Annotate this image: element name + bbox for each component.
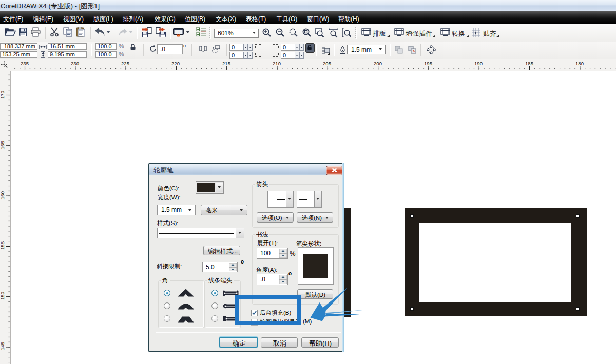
svg-text:200: 200	[374, 60, 382, 66]
svg-text:220: 220	[171, 60, 180, 66]
svg-text:155: 155	[0, 241, 5, 250]
svg-text:230: 230	[71, 60, 79, 66]
svg-text:235: 235	[21, 60, 29, 66]
svg-text:160: 160	[0, 191, 5, 199]
svg-text:180: 180	[575, 60, 584, 66]
svg-text:225: 225	[121, 60, 129, 66]
svg-text:170: 170	[0, 91, 5, 99]
svg-text:145: 145	[0, 342, 5, 350]
svg-text:190: 190	[474, 60, 483, 66]
svg-text:150: 150	[0, 292, 5, 300]
svg-text:205: 205	[323, 60, 331, 66]
svg-text:215: 215	[222, 60, 230, 66]
svg-text:195: 195	[424, 60, 432, 66]
svg-text:165: 165	[0, 141, 5, 149]
svg-text:185: 185	[525, 60, 533, 66]
svg-text:210: 210	[273, 60, 281, 66]
